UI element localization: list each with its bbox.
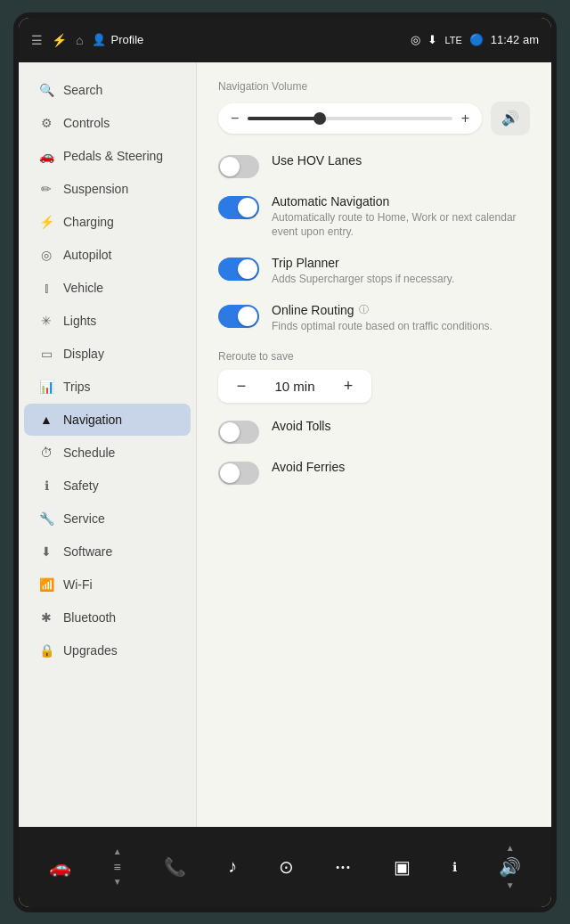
sidebar-item-suspension[interactable]: ✏ Suspension	[24, 173, 191, 205]
avoidferries-toggle[interactable]	[218, 462, 259, 485]
profile-label: Profile	[110, 33, 143, 46]
reroute-increase-button[interactable]: +	[339, 377, 357, 396]
display-icon: ▭	[38, 347, 54, 361]
reroute-section: Reroute to save − 10 min +	[218, 350, 530, 403]
avoidtolls-toggle-knob	[220, 422, 240, 442]
user-icon: 👤	[92, 33, 106, 46]
sidebar-item-pedals[interactable]: 🚗 Pedals & Steering	[24, 140, 191, 172]
volume-increase-button[interactable]: +	[461, 110, 469, 127]
sidebar-item-service[interactable]: 🔧 Service	[24, 503, 191, 535]
avoidtolls-setting-text: Avoid Tolls	[272, 419, 330, 433]
sidebar-item-wifi[interactable]: 📶 Wi-Fi	[24, 568, 191, 601]
tripplanner-desc: Adds Supercharger stops if necessary.	[272, 272, 454, 287]
tripplanner-toggle[interactable]	[218, 258, 259, 281]
hov-label: Use HOV Lanes	[272, 153, 362, 168]
profile-section[interactable]: 👤 Profile	[92, 33, 143, 46]
bottom-more-button[interactable]: •••	[336, 862, 352, 872]
slider-fill	[248, 117, 319, 120]
sidebar-item-bluetooth[interactable]: ✱ Bluetooth	[24, 601, 191, 634]
search-icon: 🔍	[38, 83, 54, 97]
onlinerouting-toggle[interactable]	[218, 305, 259, 328]
sidebar-item-software[interactable]: ⬇ Software	[24, 536, 191, 568]
bottom-info-button[interactable]: ℹ	[452, 860, 457, 874]
suspension-icon: ✏	[38, 182, 54, 196]
sidebar-item-navigation[interactable]: ▲ Navigation	[24, 404, 191, 436]
bottom-camera-button[interactable]: ⊙	[279, 856, 294, 878]
avoidferries-setting-text: Avoid Ferries	[272, 460, 345, 474]
avoidtolls-label: Avoid Tolls	[272, 419, 330, 433]
bottom-phone-button[interactable]: 📞	[164, 856, 186, 878]
vol-chevrons: ▲ 🔊 ▼	[499, 844, 521, 890]
sidebar-item-vehicle[interactable]: ⫿ Vehicle	[24, 272, 191, 304]
autonav-setting-row: Automatic Navigation Automatically route…	[218, 194, 530, 241]
charging-icon: ⚡	[38, 215, 54, 229]
bottom-music-button[interactable]: ♪	[228, 856, 237, 877]
avoidtolls-toggle[interactable]	[218, 421, 259, 444]
service-icon: 🔧	[38, 511, 54, 526]
status-right: ◎ ⬇ LTE 🔵 11:42 am	[411, 33, 539, 46]
vehicle-icon: ⫿	[38, 281, 54, 295]
bluetooth-status-icon: 🔵	[469, 33, 484, 46]
autonav-toggle[interactable]	[218, 196, 259, 219]
sidebar-item-safety[interactable]: ℹ Safety	[24, 470, 191, 502]
hov-setting-row: Use HOV Lanes	[218, 153, 530, 178]
main-content: 🔍 Search ⚙ Controls 🚗 Pedals & Steering …	[19, 62, 551, 827]
phone-icon: 📞	[164, 856, 186, 878]
menu-lines-icon: ≡	[114, 860, 121, 874]
sidebar-label-pedals: Pedals & Steering	[63, 149, 163, 163]
device-frame: ☰ ⚡ ⌂ 👤 Profile ◎ ⬇ LTE 🔵 11:42 am	[13, 12, 557, 912]
sidebar-label-lights: Lights	[63, 314, 96, 328]
more-icon: •••	[336, 862, 352, 872]
bottom-bar: 🚗 ▲ ≡ ▼ 📞 ♪ ⊙ ••• ▣	[19, 827, 551, 907]
chevron-down-icon: ▼	[113, 878, 122, 887]
sidebar-label-upgrades: Upgrades	[63, 643, 118, 658]
speaker-mute-button[interactable]: 🔊	[491, 102, 530, 135]
hov-toggle[interactable]	[218, 155, 259, 178]
bluetooth-icon: ✱	[38, 610, 54, 625]
bottom-nav-button[interactable]: ≡	[114, 860, 121, 874]
time-display: 11:42 am	[491, 33, 539, 46]
autonav-desc: Automatically route to Home, Work or nex…	[272, 210, 530, 241]
autonav-setting-text: Automatic Navigation Automatically route…	[272, 194, 530, 241]
controls-icon: ⚙	[38, 116, 54, 130]
sidebar-label-autopilot: Autopilot	[63, 248, 111, 262]
tripplanner-setting-text: Trip Planner Adds Supercharger stops if …	[272, 256, 454, 287]
volume-decrease-button[interactable]: −	[231, 110, 239, 127]
car-icon: 🚗	[49, 856, 71, 878]
sidebar-label-display: Display	[63, 347, 104, 361]
avoidferries-setting-row: Avoid Ferries	[218, 460, 530, 485]
trips-icon: 📊	[38, 380, 54, 394]
volume-slider-track[interactable]	[248, 117, 452, 120]
sidebar-item-display[interactable]: ▭ Display	[24, 338, 191, 370]
sidebar-item-controls[interactable]: ⚙ Controls	[24, 107, 191, 139]
sidebar-label-suspension: Suspension	[63, 182, 128, 196]
sidebar-label-search: Search	[63, 83, 102, 97]
schedule-icon: ⏱	[38, 446, 54, 460]
home-icon: ⌂	[76, 33, 83, 47]
sidebar-item-charging[interactable]: ⚡ Charging	[24, 206, 191, 238]
reroute-value: 10 min	[268, 379, 322, 394]
sidebar-item-upgrades[interactable]: 🔒 Upgrades	[24, 634, 191, 666]
sidebar-item-lights[interactable]: ✳ Lights	[24, 305, 191, 337]
volume-slider-container: − +	[218, 103, 482, 134]
sidebar-item-trips[interactable]: 📊 Trips	[24, 371, 191, 403]
sidebar-label-navigation: Navigation	[63, 413, 122, 427]
sidebar: 🔍 Search ⚙ Controls 🚗 Pedals & Steering …	[19, 62, 197, 827]
sidebar-item-schedule[interactable]: ⏱ Schedule	[24, 437, 191, 469]
vol-chevron-down-icon: ▼	[506, 881, 515, 890]
reroute-decrease-button[interactable]: −	[232, 377, 250, 396]
bottom-volume-button[interactable]: 🔊	[499, 856, 521, 878]
tripplanner-toggle-knob	[238, 259, 257, 279]
bottom-car-button[interactable]: 🚗	[49, 856, 71, 878]
autonav-label: Automatic Navigation	[272, 194, 530, 209]
sidebar-label-safety: Safety	[63, 478, 99, 493]
bottom-cards-button[interactable]: ▣	[394, 856, 411, 878]
sidebar-item-autopilot[interactable]: ◎ Autopilot	[24, 239, 191, 271]
nav-chevrons: ▲ ≡ ▼	[113, 847, 122, 887]
volume-bottom-icon: 🔊	[499, 856, 521, 878]
sidebar-label-controls: Controls	[63, 116, 110, 130]
sidebar-item-search[interactable]: 🔍 Search	[24, 74, 191, 106]
lights-icon: ✳	[38, 314, 54, 328]
info-icon[interactable]: ⓘ	[359, 303, 369, 316]
tripplanner-label: Trip Planner	[272, 256, 454, 270]
